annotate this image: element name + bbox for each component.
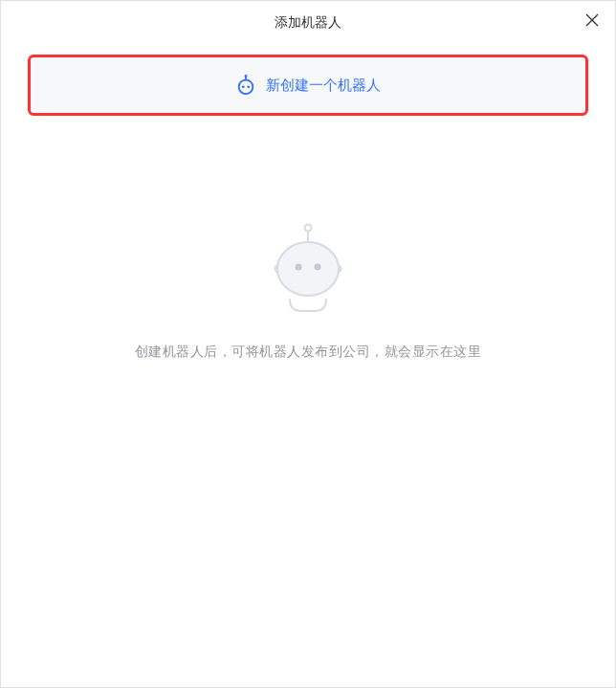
svg-point-6 xyxy=(245,75,248,78)
create-robot-label: 新创建一个机器人 xyxy=(266,77,381,95)
close-button[interactable] xyxy=(581,9,604,32)
empty-state: 创建机器人后，可将机器人发布到公司，就会显示在这里 xyxy=(28,221,588,361)
empty-state-message: 创建机器人后，可将机器人发布到公司，就会显示在这里 xyxy=(135,344,482,361)
svg-point-11 xyxy=(315,264,321,271)
close-icon xyxy=(585,13,599,27)
dialog-header: 添加机器人 xyxy=(1,1,615,43)
svg-point-4 xyxy=(247,85,250,88)
robot-illustration-icon xyxy=(265,221,351,317)
svg-point-8 xyxy=(305,225,312,232)
svg-point-2 xyxy=(239,80,253,95)
svg-point-3 xyxy=(242,85,245,88)
create-robot-button[interactable]: 新创建一个机器人 xyxy=(28,55,588,116)
svg-point-10 xyxy=(296,264,302,271)
robot-icon xyxy=(235,75,256,96)
dialog-title: 添加机器人 xyxy=(1,14,615,32)
svg-point-9 xyxy=(277,242,339,296)
dialog-content: 新创建一个机器人 创建机器人后，可将机器人发布到公司，就会显示在这里 xyxy=(1,43,615,361)
